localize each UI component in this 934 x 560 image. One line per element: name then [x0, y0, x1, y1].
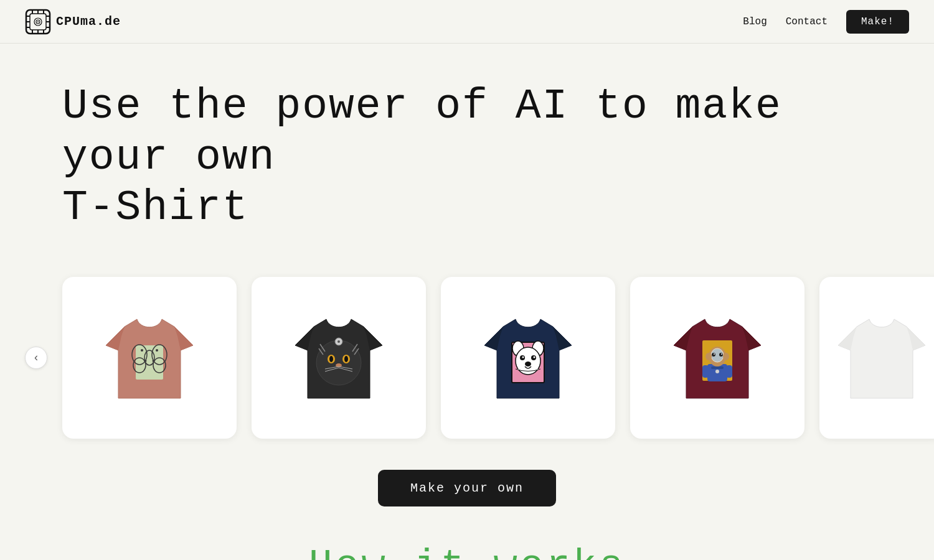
svg-point-57 — [705, 353, 712, 360]
svg-rect-66 — [726, 365, 732, 378]
carousel-track — [62, 277, 884, 439]
svg-point-24 — [156, 349, 158, 352]
carousel-prev-button[interactable]: ‹ — [25, 347, 47, 369]
svg-point-61 — [714, 353, 715, 355]
svg-point-64 — [715, 370, 719, 373]
svg-point-16 — [37, 21, 39, 22]
tshirt-card-1[interactable] — [62, 277, 237, 439]
cta-container: Make your own — [0, 457, 934, 531]
tshirt-card-4[interactable] — [630, 277, 804, 439]
svg-point-27 — [316, 340, 361, 385]
svg-rect-65 — [702, 365, 709, 378]
make-button[interactable]: Make! — [846, 10, 909, 34]
tshirt-card-5[interactable] — [819, 277, 934, 439]
svg-point-59 — [712, 353, 715, 357]
svg-point-25 — [145, 360, 147, 362]
svg-rect-63 — [711, 366, 724, 369]
svg-point-58 — [723, 353, 729, 360]
tshirt-image-5 — [819, 296, 934, 420]
carousel-container: ‹ — [0, 258, 934, 457]
logo-text: CPUma.de — [56, 14, 121, 29]
tshirt-image-4 — [655, 296, 780, 420]
svg-point-23 — [141, 349, 143, 352]
make-your-own-button[interactable]: Make your own — [378, 470, 556, 506]
logo-icon — [25, 9, 51, 35]
contact-link[interactable]: Contact — [786, 16, 828, 27]
tshirt-card-3[interactable] — [441, 277, 615, 439]
logo[interactable]: CPUma.de — [25, 9, 121, 35]
svg-point-60 — [719, 353, 723, 357]
blog-link[interactable]: Blog — [743, 16, 767, 27]
tshirt-image-3 — [466, 296, 590, 420]
svg-point-26 — [153, 360, 154, 362]
svg-point-50 — [522, 356, 524, 358]
how-it-works-section: How it works — [0, 531, 934, 560]
tshirt-card-2[interactable] — [252, 277, 426, 439]
svg-point-62 — [721, 353, 722, 355]
navbar: CPUma.de Blog Contact Make! — [0, 0, 934, 44]
tshirt-image-2 — [276, 296, 401, 420]
nav-links: Blog Contact Make! — [743, 10, 909, 34]
svg-point-51 — [534, 356, 535, 358]
svg-point-31 — [344, 356, 348, 362]
hero-section: Use the power of AI to make your own T-S… — [0, 44, 934, 258]
tshirt-image-1 — [87, 296, 212, 420]
hero-title: Use the power of AI to make your own T-S… — [62, 81, 872, 233]
how-it-works-title: How it works — [0, 544, 934, 560]
svg-point-52 — [525, 362, 531, 366]
svg-point-30 — [329, 356, 333, 362]
svg-point-42 — [337, 340, 340, 343]
